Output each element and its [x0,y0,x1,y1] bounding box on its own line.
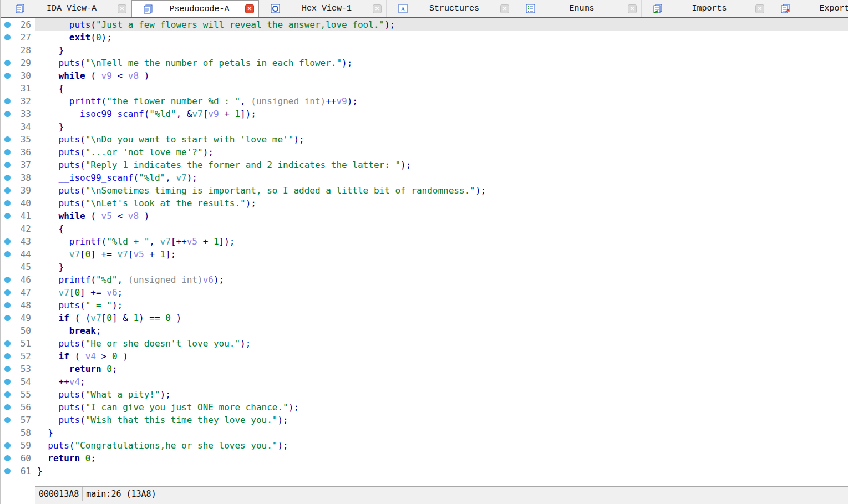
breakpoint-dot-icon[interactable] [4,200,11,206]
code-text[interactable]: printf("%ld + ", v7[++v5 + 1]); [35,235,848,248]
breakpoint-dot-icon[interactable] [4,162,11,168]
code-text[interactable]: printf("the flower number %d : ", (unsig… [35,95,848,108]
code-text[interactable]: puts("Reply 1 indicates the former and 2… [35,159,848,171]
code-text[interactable]: puts("Congratulations,he or she loves yo… [35,439,848,452]
tab-hex-view-1[interactable]: Hex View-1✕ [259,0,387,17]
code-text[interactable]: v7[0] += v7[v5 + 1]; [35,248,848,261]
breakpoint-dot-icon[interactable] [4,353,11,359]
pseudocode-pane[interactable]: 26 puts("Just a few flowers will reveal … [1,18,848,486]
code-text[interactable]: } [35,465,848,477]
breakpoint-dot-icon[interactable] [4,213,11,219]
token-sp [37,376,59,387]
token-pun: } [59,45,64,55]
code-text[interactable]: __isoc99_scanf("%ld", &v7[v9 + 1]); [35,108,848,120]
breakpoint-dot-icon[interactable] [4,251,11,257]
breakpoint-dot-icon[interactable] [4,315,11,321]
breakpoint-dot-icon[interactable] [4,98,11,104]
token-num: 0 [106,364,112,374]
code-text[interactable]: puts("Wish that this time they love you.… [35,414,848,426]
code-text[interactable]: puts("\nDo you want to start with 'love … [35,133,848,146]
token-sp [80,453,85,464]
close-icon[interactable]: ✕ [373,4,382,13]
code-text[interactable]: puts("What a pity!"); [35,388,848,401]
close-icon[interactable]: ✕ [500,4,509,13]
close-icon[interactable]: ✕ [118,4,126,13]
token-pun: ); [293,134,304,145]
close-icon[interactable]: ✕ [245,4,254,13]
code-text[interactable]: puts("Just a few flowers will reveal the… [35,18,848,31]
breakpoint-dot-icon[interactable] [4,340,11,347]
breakpoint-dot-icon[interactable] [4,302,11,308]
token-pun: ); [475,185,486,196]
breakpoint-dot-icon[interactable] [4,136,11,142]
token-pun: > [96,351,112,362]
code-text[interactable]: break; [35,324,848,337]
code-text[interactable]: puts("...or 'not love me'?"); [35,146,848,159]
token-str: "the flower number %d : " [106,96,240,106]
code-text[interactable]: __isoc99_scanf("%ld", v7); [35,171,848,184]
breakpoint-dot-icon[interactable] [4,366,11,372]
code-text[interactable]: ++v4; [35,375,848,388]
code-text[interactable]: } [35,120,848,133]
breakpoint-dot-icon[interactable] [4,238,11,245]
token-kw: return [48,453,80,464]
breakpoint-dot-icon[interactable] [4,455,11,461]
breakpoint-dot-icon[interactable] [4,468,11,474]
token-sp [37,274,59,285]
token-pun: } [37,466,43,476]
code-text[interactable]: puts("He or she doesn't love you."); [35,337,848,350]
tab-pseudocode-a[interactable]: Pseudocode-A✕ [131,0,259,17]
code-text[interactable]: puts(" = "); [35,299,848,312]
code-text[interactable]: printf("%d", (unsigned int)v6); [35,273,848,286]
breakpoint-dot-icon[interactable] [4,111,11,117]
breakpoint-dot-icon[interactable] [4,277,11,283]
code-text[interactable]: while ( v5 < v8 ) [35,210,848,222]
code-text[interactable]: } [35,426,848,439]
gutter: 42 [1,222,35,235]
code-text[interactable]: if ( v4 > 0 ) [35,350,848,363]
breakpoint-dot-icon[interactable] [4,149,11,155]
code-text[interactable]: puts("\nSometimes timing is important, s… [35,184,848,197]
breakpoint-dot-icon[interactable] [4,379,11,385]
breakpoint-dot-icon[interactable] [4,404,11,410]
token-pun: } [48,427,53,438]
code-text[interactable]: { [35,82,848,95]
close-icon[interactable]: ✕ [755,4,764,13]
tab-exports[interactable]: Exports✕ [769,0,848,17]
tab-enums[interactable]: Enums✕ [514,0,642,17]
line-number: 32 [11,95,35,108]
code-text[interactable]: puts("\nLet's look at the results."); [35,197,848,210]
code-text[interactable]: if ( (v7[0] & 1) == 0 ) [35,312,848,324]
breakpoint-dot-icon[interactable] [4,60,11,66]
breakpoint-dot-icon[interactable] [4,442,11,449]
code-text[interactable]: } [35,261,848,273]
breakpoint-dot-icon[interactable] [4,22,11,28]
breakpoint-dot-icon[interactable] [4,34,11,40]
breakpoint-dot-icon[interactable] [4,289,11,296]
code-text[interactable]: return 0; [35,363,848,375]
code-text[interactable]: { [35,222,848,235]
close-icon[interactable]: ✕ [628,4,637,13]
breakpoint-dot-icon[interactable] [4,73,11,79]
breakpoint-dot-icon[interactable] [4,391,11,398]
token-sp [37,223,59,234]
breakpoint-dot-icon[interactable] [4,175,11,181]
token-fn: puts [59,415,80,425]
tab-structures[interactable]: AStructures✕ [387,0,514,17]
tab-imports[interactable]: Imports✕ [642,0,769,17]
code-text[interactable]: } [35,44,848,57]
code-text[interactable]: puts("I can give you just ONE more chanc… [35,401,848,414]
code-text[interactable]: puts("\nTell me the number of petals in … [35,57,848,69]
gutter: 34 [1,120,35,133]
code-text[interactable]: v7[0] += v6; [35,286,848,299]
breakpoint-dot-icon[interactable] [4,417,11,423]
token-pun: ; [118,287,123,298]
code-text[interactable]: while ( v9 < v8 ) [35,69,848,82]
code-line-58: 58 } [1,426,848,439]
code-text[interactable]: return 0; [35,452,848,465]
code-text[interactable]: exit(0); [35,31,848,44]
code-line-55: 55 puts("What a pity!"); [1,388,848,401]
status-bar: 000013A8 main:26 (13A8) [1,486,848,504]
breakpoint-dot-icon[interactable] [4,187,11,194]
tab-ida-view-a[interactable]: IDA View-A✕ [4,0,131,17]
